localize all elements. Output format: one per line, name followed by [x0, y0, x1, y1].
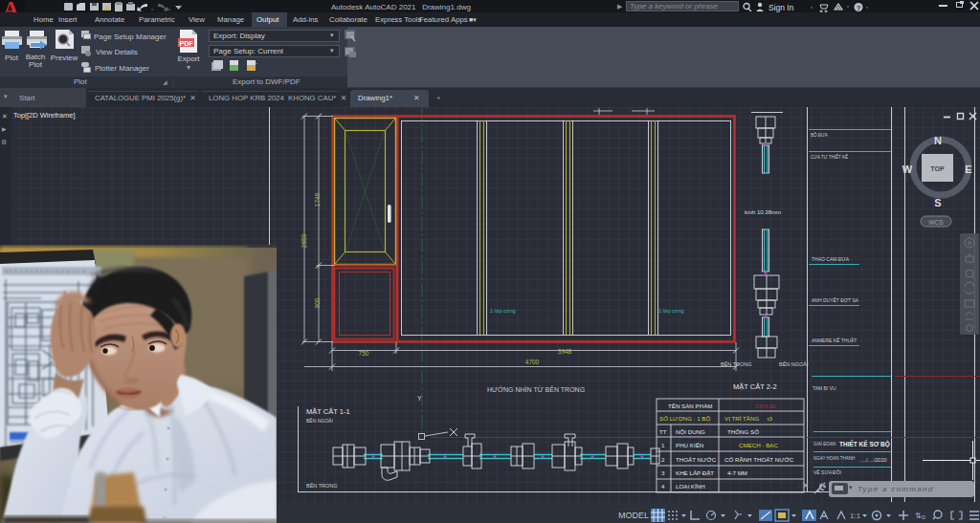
svg-text:PHỤ KIỆN: PHỤ KIỆN [676, 442, 703, 448]
svg-text:BÊN NGOÀI: BÊN NGOÀI [306, 417, 333, 424]
svg-text:CỬA TỰ THIẾT KẾ: CỬA TỰ THIẾT KẾ [811, 154, 848, 160]
svg-text:ANMERE KẾ THUẬT: ANMERE KẾ THUẬT [812, 338, 857, 343]
svg-text:THAO CAM ĐƯA: THAO CAM ĐƯA [812, 256, 850, 262]
svg-text:Y: Y [417, 395, 422, 402]
svg-text:1: 1 [661, 442, 665, 448]
svg-text:1 lớp cứng: 1 lớp cứng [658, 308, 684, 314]
svg-text:2: 2 [661, 456, 665, 463]
svg-text:TOP: TOP [930, 165, 945, 172]
svg-text:KHE LẮP ĐẶT: KHE LẮP ĐẶT [676, 469, 714, 476]
svg-text:BÊN TRONG: BÊN TRONG [306, 482, 338, 489]
svg-text:⇅: ⇅ [915, 512, 922, 520]
svg-text:5: 5 [315, 265, 321, 268]
svg-text:BỘ ĐƯA: BỘ ĐƯA [811, 132, 828, 138]
svg-text:▶: ▶ [2, 126, 7, 132]
svg-text:4: 4 [661, 483, 665, 490]
svg-text:..../..../2020: ..../..../2020 [860, 457, 887, 463]
svg-text:CÓ RÃNH THOÁT NƯỚC: CÓ RÃNH THOÁT NƯỚC [724, 456, 794, 463]
svg-text:W: W [902, 163, 913, 175]
svg-text:CỬA ĐI: CỬA ĐI [755, 403, 776, 409]
svg-text:GIAI ĐOẠN: GIAI ĐOẠN [813, 442, 835, 447]
svg-text:MẶT CẮT 1-1: MẶT CẮT 1-1 [306, 407, 350, 416]
svg-text:TÊN SẢN PHẨM: TÊN SẢN PHẨM [668, 403, 712, 409]
svg-text:ANH DUYỆT ĐỢT SA: ANH DUYỆT ĐỢT SA [812, 296, 859, 303]
svg-text:Top|[2D Wireframe]: Top|[2D Wireframe] [13, 111, 75, 120]
svg-text:o: o [922, 513, 925, 520]
svg-text:HƯỚNG NHÌN TỪ BÊN TRONG: HƯỚNG NHÌN TỪ BÊN TRONG [487, 385, 585, 393]
svg-text:SỐ LƯỢNG : 1 BỘ: SỐ LƯỢNG : 1 BỘ [659, 415, 710, 422]
svg-text:S: S [934, 197, 941, 208]
svg-text:✕: ✕ [2, 113, 8, 120]
svg-text:CMECH - BẠC: CMECH - BẠC [739, 442, 778, 448]
svg-text:NGAY HOAN THANH: NGAY HOAN THANH [813, 456, 855, 461]
svg-text:VỊ TRÍ TẦNG t3: VỊ TRÍ TẦNG t3 [724, 415, 773, 422]
svg-text:TAM BI VU: TAM BI VU [813, 385, 836, 391]
svg-text:NỘI DUNG: NỘI DUNG [676, 428, 705, 435]
svg-text:4700: 4700 [525, 359, 540, 365]
svg-text:N: N [934, 135, 942, 146]
svg-text:WCS: WCS [928, 219, 944, 226]
svg-text:kính 10.38mm: kính 10.38mm [745, 209, 781, 215]
svg-text:1 lớp cứng: 1 lớp cứng [490, 308, 516, 314]
svg-text:⚙: ⚙ [1, 139, 7, 145]
svg-text:2650: 2650 [301, 233, 307, 248]
svg-text:THOÁT NƯỚC: THOÁT NƯỚC [676, 456, 717, 463]
svg-text:+: + [254, 60, 257, 66]
svg-text:4-7 MM: 4-7 MM [727, 469, 747, 476]
svg-text:THIẾT KẾ SƠ BỘ: THIẾT KẾ SƠ BỘ [839, 439, 890, 447]
svg-text:E: E [965, 163, 971, 175]
svg-text:3: 3 [661, 469, 665, 476]
svg-text:VẼ SỬA ĐỔI: VẼ SỬA ĐỔI [813, 469, 841, 475]
svg-text:?: ? [857, 5, 860, 11]
svg-text:1748: 1748 [314, 192, 321, 207]
svg-text:750: 750 [359, 350, 369, 357]
svg-text:TT: TT [659, 428, 667, 435]
svg-text:Sign In: Sign In [768, 3, 794, 12]
svg-text:PDF: PDF [180, 40, 194, 47]
svg-text:900: 900 [314, 297, 321, 308]
svg-text:BÊN NGOÀI: BÊN NGOÀI [779, 360, 809, 367]
svg-text:THÔNG SỐ: THÔNG SỐ [727, 428, 759, 435]
svg-text:3948: 3948 [558, 348, 572, 355]
svg-text:MẶT CẮT 2-2: MẶT CẮT 2-2 [733, 382, 777, 391]
svg-text:1:1: 1:1 [850, 512, 861, 520]
svg-text:LOẠI KÍNH: LOẠI KÍNH [676, 483, 705, 490]
svg-text:BÊN TRONG: BÊN TRONG [721, 360, 752, 367]
